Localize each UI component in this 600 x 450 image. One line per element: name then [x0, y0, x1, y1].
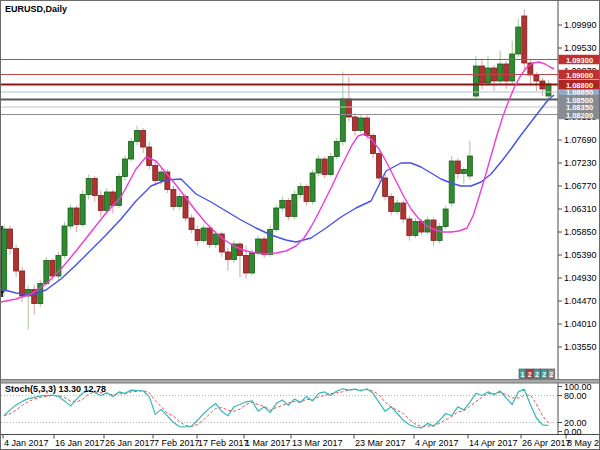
candle-body: [389, 197, 394, 212]
candle-body: [62, 226, 67, 256]
date-label: 23 Mar 2017: [355, 438, 406, 448]
candle-body: [504, 64, 509, 81]
candle-body: [298, 187, 303, 195]
candle-body: [141, 131, 146, 148]
candle-body: [171, 190, 176, 207]
candle-body: [316, 159, 321, 173]
chart-canvas[interactable]: 1.099901.095301.090701.086101.081501.076…: [1, 1, 600, 450]
candle-body: [250, 253, 255, 273]
candle-body: [207, 228, 212, 245]
stoch-level-label: 80.00: [564, 391, 587, 401]
price-tick-label: 1.04930: [564, 273, 597, 283]
object-price-badge-label: 1.09000: [566, 71, 593, 80]
price-tick-label: 1.07690: [564, 135, 597, 145]
time-axis[interactable]: 4 Jan 201716 Jan 201726 Jan 20177 Feb 20…: [1, 435, 600, 449]
candle-body: [286, 201, 291, 217]
date-label: 26 Apr 2017: [522, 438, 571, 448]
candle-body: [310, 173, 315, 202]
candle-body: [147, 147, 152, 166]
price-tick-label: 1.04470: [564, 296, 597, 306]
candle-body: [516, 27, 521, 54]
candle-body: [461, 170, 466, 174]
date-label: 26 Jan 2017: [105, 438, 155, 448]
main-chart-area[interactable]: [1, 9, 558, 330]
candle-body: [377, 154, 382, 179]
symbol-timeframe-label: EURUSD,Daily: [5, 4, 67, 14]
ma-fast-magenta: [1, 62, 554, 302]
date-label: 8 May 2017: [567, 438, 600, 448]
candle-body: [292, 195, 297, 217]
stoch-level-label: 0.00: [564, 427, 582, 437]
candle-body: [177, 197, 182, 207]
price-tick-label: 1.03550: [564, 342, 597, 352]
candle-body: [401, 203, 406, 219]
date-label: 7 Feb 2017: [154, 438, 200, 448]
candle-body: [383, 178, 388, 197]
candle-body: [395, 203, 400, 212]
panel-separator: [1, 380, 600, 384]
candle-body: [546, 84, 551, 96]
candle-body: [20, 271, 25, 296]
candle-body: [437, 227, 442, 241]
price-tick-label: 1.05850: [564, 227, 597, 237]
candle-body: [225, 252, 230, 260]
price-axis-badges: 1.086501.082001.083501.085001.088001.090…: [559, 55, 600, 120]
candle-body: [50, 261, 55, 277]
price-tick-label: 1.04010: [564, 319, 597, 329]
mini-badge-digit: 2: [535, 371, 539, 378]
mini-badge-digit: 2: [528, 371, 532, 378]
date-label: 13 Mar 2017: [292, 438, 343, 448]
candle-body: [8, 229, 13, 249]
candle-body: [98, 196, 103, 211]
mini-badge-digit: 2: [542, 371, 546, 378]
candle-body: [510, 54, 515, 81]
price-tick-label: 1.09530: [564, 43, 597, 53]
candle-body: [334, 142, 339, 157]
candle-body: [358, 118, 363, 131]
candle-body: [129, 142, 134, 160]
candle-body: [244, 256, 249, 274]
object-price-badge-label: 1.08800: [566, 81, 593, 90]
candle-body: [80, 195, 85, 225]
candle-body: [201, 228, 206, 241]
candle-body: [280, 201, 285, 209]
stochastic-indicator-label: Stoch(5,3,3) 13.30 12.78: [5, 384, 106, 394]
main-plot-clip: [1, 9, 558, 330]
date-label: 17 Feb 2017: [198, 438, 249, 448]
candle-body: [407, 219, 412, 236]
candle-body: [274, 208, 279, 230]
candle-body: [443, 209, 448, 227]
price-tick-label: 1.05390: [564, 250, 597, 260]
object-mini-badges[interactable]: 12222: [519, 369, 555, 379]
mini-badge-digit: 1: [521, 371, 525, 378]
candle-body: [135, 131, 140, 142]
candle-body: [352, 117, 357, 131]
candle-body: [68, 208, 73, 226]
candle-body: [104, 192, 109, 211]
candle-body: [14, 249, 19, 272]
candle-body: [365, 118, 370, 136]
candle-body: [328, 157, 333, 175]
stoch-signal-line: [4, 389, 549, 426]
candle-body: [153, 166, 158, 181]
object-price-badge-label: 1.08500: [566, 96, 593, 105]
date-label: 1 Mar 2017: [245, 438, 291, 448]
price-tick-label: 1.07230: [564, 158, 597, 168]
candle-body: [322, 159, 327, 175]
date-label: 4 Apr 2017: [415, 438, 459, 448]
candle-body: [2, 229, 7, 291]
candle-body: [413, 222, 418, 236]
price-tick-label: 1.09990: [564, 20, 597, 30]
mini-badge-digit: 2: [549, 371, 553, 378]
object-price-badge-label: 1.09300: [566, 56, 593, 65]
candle-body: [522, 16, 527, 63]
price-axis[interactable]: 1.099901.095301.090701.086101.081501.076…: [558, 1, 597, 435]
candle-body: [467, 156, 472, 176]
candle-body: [340, 99, 345, 142]
candle-body: [195, 230, 200, 241]
candle-body: [262, 239, 267, 255]
candle-body: [159, 172, 164, 181]
candle-body: [189, 218, 194, 230]
candle-body: [304, 187, 309, 202]
candle-body: [534, 75, 539, 81]
